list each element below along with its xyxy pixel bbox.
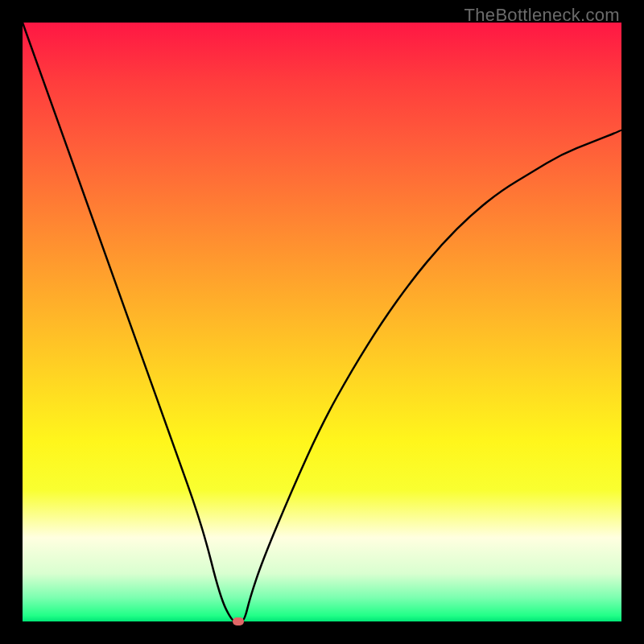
minimum-marker	[233, 617, 244, 625]
bottleneck-curve	[23, 23, 621, 621]
plot-area	[23, 23, 621, 621]
chart-container: TheBottleneck.com	[0, 0, 644, 644]
curve-svg	[23, 23, 621, 621]
